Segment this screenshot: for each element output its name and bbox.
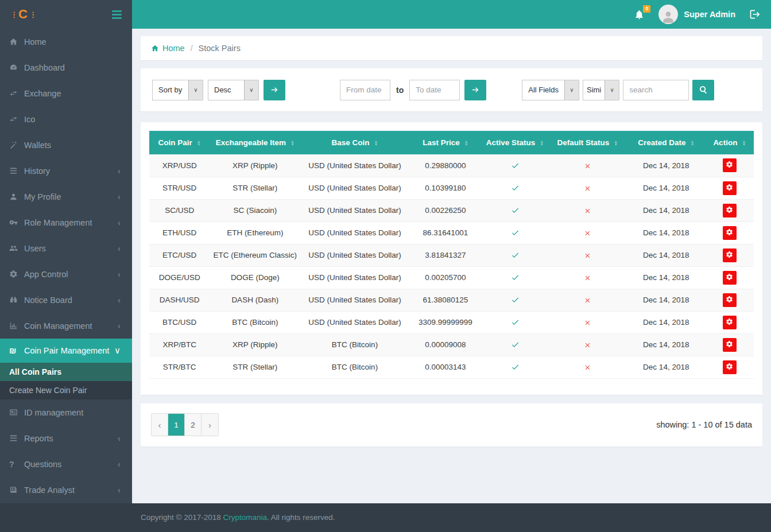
sidebar-item-coin-management[interactable]: Coin Management‹ (0, 313, 132, 339)
gear-icon (726, 251, 733, 260)
next-page-button[interactable]: › (202, 414, 218, 436)
sidebar-item-home[interactable]: Home (0, 29, 132, 55)
sidebar-item-exchange[interactable]: Exchange (0, 80, 132, 106)
search-icon (699, 85, 708, 95)
last-price-cell: 0.29880000 (409, 154, 482, 177)
sidebar-item-app-control[interactable]: App Control‹ (0, 261, 132, 287)
row-settings-button[interactable] (723, 338, 737, 352)
action-cell (706, 244, 754, 266)
exchangeable-item-cell: STR (Stellar) (210, 356, 300, 378)
active-status-cell (482, 199, 548, 222)
search-button[interactable] (692, 80, 714, 100)
row-settings-button[interactable] (723, 248, 737, 262)
sidebar-item-dashboard[interactable]: Dashboard (0, 55, 132, 80)
topbar: 0 Super Admin (132, 0, 771, 29)
from-date-input[interactable] (340, 80, 390, 100)
column-header-default-status[interactable]: Default Status▲▼ (548, 131, 627, 154)
chevron-left-icon: ‹ (118, 243, 123, 253)
users-icon (9, 244, 24, 253)
apply-sort-button[interactable] (264, 80, 285, 100)
column-header-active-status[interactable]: Active Status▲▼ (482, 131, 548, 154)
key-icon (9, 218, 24, 227)
apply-date-filter-button[interactable] (464, 80, 486, 100)
sidebar-item-history[interactable]: History‹ (0, 158, 132, 184)
column-header-base-coin[interactable]: Base Coin▲▼ (300, 131, 409, 154)
list-icon (9, 166, 24, 175)
check-icon (511, 273, 520, 282)
sidebar-item-coin-pair-management[interactable]: ₪Coin Pair Management∨ (0, 339, 132, 363)
default-status-cell (548, 177, 627, 199)
active-status-cell (482, 266, 548, 289)
row-settings-button[interactable] (723, 293, 737, 307)
row-settings-button[interactable] (723, 158, 737, 172)
active-status-cell (482, 333, 548, 356)
action-cell (706, 154, 754, 177)
column-header-created-date[interactable]: Created Date▲▼ (627, 131, 706, 154)
search-input[interactable] (623, 80, 689, 100)
column-header-exchangeable-item[interactable]: Exchangeable Item▲▼ (210, 131, 300, 154)
bar-chart-icon (9, 321, 24, 330)
page-button-1[interactable]: 1 (168, 414, 185, 436)
page-button-2[interactable]: 2 (185, 414, 202, 436)
row-settings-button[interactable] (723, 181, 737, 195)
sidebar-item-role-management[interactable]: Role Management‹ (0, 209, 132, 235)
table-row: XRP/BTCXRP (Ripple)BTC (Bitcoin)0.000090… (149, 333, 754, 356)
last-price-cell: 3309.99999999 (409, 311, 482, 333)
list-icon (9, 434, 24, 442)
sort-icon: ▲▼ (464, 140, 468, 146)
sidebar-item-ico[interactable]: Ico (0, 106, 132, 132)
sort-by-select[interactable]: Sort by ∨ (152, 80, 203, 100)
sidebar-subitem-create-new-coin-pair[interactable]: Create New Coin Pair (0, 381, 132, 399)
footer-brand-link[interactable]: Cryptomania (223, 513, 268, 522)
chevron-down-icon: ∨ (605, 80, 619, 100)
x-icon (584, 296, 591, 304)
exchangeable-item-cell: DOGE (Doge) (210, 266, 300, 289)
breadcrumb-home-link[interactable]: Home (151, 44, 185, 53)
avatar (658, 5, 678, 24)
exchangeable-item-cell: BTC (Bitcoin) (210, 311, 300, 333)
created-date-cell: Dec 14, 2018 (627, 244, 706, 266)
user-icon (9, 192, 24, 201)
search-field-select[interactable]: All Fields ∨ (522, 80, 579, 100)
user-menu[interactable]: Super Admin (658, 5, 735, 24)
default-status-cell (548, 244, 627, 266)
sidebar-item-id-management[interactable]: ID management (0, 399, 132, 425)
sidebar-item-notice-board[interactable]: Notice Board‹ (0, 287, 132, 313)
to-label: to (396, 86, 404, 95)
sidebar-item-wallets[interactable]: Wallets (0, 132, 132, 158)
sidebar-item-my-profile[interactable]: My Profile‹ (0, 184, 132, 209)
last-price-cell: 86.31641001 (409, 222, 482, 244)
sidebar-subitem-all-coin-pairs[interactable]: All Coin Pairs (0, 363, 132, 381)
gear-icon (726, 340, 733, 350)
row-settings-button[interactable] (723, 316, 737, 329)
previous-page-button[interactable]: ‹ (152, 414, 168, 436)
app-logo[interactable]: ⋮C⋮ (10, 7, 36, 22)
default-status-cell (548, 289, 627, 311)
notifications-button[interactable]: 0 (634, 9, 645, 20)
sidebar-item-users[interactable]: Users‹ (0, 235, 132, 261)
similarity-select[interactable]: Simi ∨ (583, 80, 619, 100)
created-date-cell: Dec 14, 2018 (627, 289, 706, 311)
row-settings-button[interactable] (723, 271, 737, 285)
column-header-action[interactable]: Action▲▼ (706, 131, 754, 154)
logout-button[interactable] (749, 9, 761, 20)
question-icon: ? (9, 460, 24, 469)
sort-icon: ▲▼ (742, 140, 746, 146)
menu-toggle-icon[interactable] (112, 10, 122, 19)
sidebar-item-questions[interactable]: ?Questions‹ (0, 451, 132, 477)
chevron-left-icon: ‹ (118, 485, 123, 495)
row-settings-button[interactable] (723, 226, 737, 240)
column-header-last-price[interactable]: Last Price▲▼ (409, 131, 482, 154)
row-settings-button[interactable] (723, 204, 737, 218)
column-header-coin-pair[interactable]: Coin Pair▲▼ (149, 131, 210, 154)
sort-order-select[interactable]: Desc ∨ (208, 80, 259, 100)
base-coin-cell: USD (United States Dollar) (300, 154, 409, 177)
row-settings-button[interactable] (723, 360, 737, 374)
created-date-cell: Dec 14, 2018 (627, 222, 706, 244)
arrow-right-icon (471, 85, 481, 95)
sort-icon: ▲▼ (540, 140, 544, 146)
sidebar-item-trade-analyst[interactable]: Trade Analyst‹ (0, 477, 132, 503)
last-price-cell: 0.00009008 (409, 333, 482, 356)
sidebar-item-reports[interactable]: Reports‹ (0, 425, 132, 451)
to-date-input[interactable] (409, 80, 460, 100)
